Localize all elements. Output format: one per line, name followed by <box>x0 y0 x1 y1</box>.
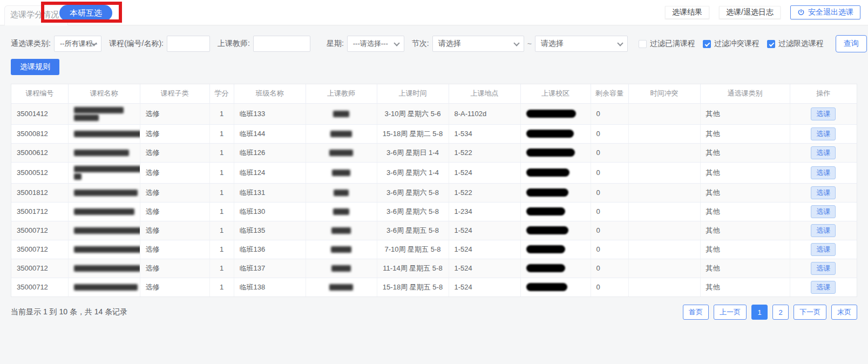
page-button[interactable]: 下一页 <box>794 305 826 320</box>
checkbox-checked-icon[interactable] <box>767 40 775 48</box>
page-button[interactable]: 上一页 <box>714 305 747 320</box>
selection-rules-button[interactable]: 选课规则 <box>11 59 59 75</box>
cell-course-name <box>68 202 140 221</box>
checkbox-unchecked-icon[interactable] <box>639 40 647 48</box>
checkbox-label: 过滤冲突课程 <box>714 39 760 49</box>
cell-class-name: 临班131 <box>234 183 306 202</box>
select-course-button[interactable]: 选课 <box>811 166 836 179</box>
cell-course-id: 35000612 <box>11 143 68 162</box>
select-course-button[interactable]: 选课 <box>811 281 836 294</box>
redacted-text <box>74 150 129 156</box>
select-course-button[interactable]: 选课 <box>811 243 836 256</box>
table-row: 35000712选修1临班13815-18周 星期五 5-81-5240其他选课 <box>11 278 857 296</box>
period-to-select[interactable]: 请选择 <box>535 36 628 52</box>
redacted-campus <box>526 149 575 157</box>
filter-checkbox-1[interactable]: 过滤冲突课程 <box>703 39 760 49</box>
selection-log-button[interactable]: 选课/退选日志 <box>719 6 781 19</box>
checkbox-checked-icon[interactable] <box>703 40 711 48</box>
cell-conflict <box>628 221 700 240</box>
cell-subtype: 选修 <box>140 202 209 221</box>
cell-subtype: 选修 <box>140 103 209 124</box>
cell-category: 其他 <box>700 278 790 296</box>
cell-conflict <box>628 278 700 296</box>
cell-course-id: 35001412 <box>11 103 68 124</box>
page-button[interactable]: 2 <box>772 305 789 320</box>
redacted-campus <box>526 245 565 253</box>
tab-credit-overview[interactable]: 选课学分情况 <box>4 5 68 25</box>
cell-conflict <box>628 124 700 143</box>
filter-checkboxes: 过滤已满课程过滤冲突课程过滤限选课程 <box>631 39 824 49</box>
filter-checkbox-2[interactable]: 过滤限选课程 <box>767 39 824 49</box>
cell-course-id: 35000812 <box>11 124 68 143</box>
cell-teacher <box>306 162 377 183</box>
query-button[interactable]: 查询 <box>836 35 867 52</box>
chevron-down-icon <box>617 40 623 46</box>
weekday-select[interactable]: ---请选择--- <box>347 36 404 52</box>
cell-location: 1-522 <box>449 143 520 162</box>
period-label: 节次: <box>412 39 429 49</box>
select-course-button[interactable]: 选课 <box>811 107 836 120</box>
redacted-text <box>331 265 351 272</box>
cell-location: 8-A-1102d <box>449 103 520 124</box>
tab-mutual-selection[interactable]: 本研互选 <box>59 5 112 21</box>
cell-action: 选课 <box>790 183 857 202</box>
cell-action: 选课 <box>790 240 857 259</box>
cell-class-name: 临班137 <box>234 259 306 278</box>
select-course-button[interactable]: 选课 <box>811 224 836 237</box>
cell-conflict <box>628 240 700 259</box>
record-summary: 当前显示 1 到 10 条，共 14 条记录 <box>11 307 127 317</box>
cell-remaining: 0 <box>591 202 628 221</box>
table-row: 35000812选修1临班14415-18周 星期二 5-81-5340其他选课 <box>11 124 857 143</box>
select-course-button[interactable]: 选课 <box>811 146 836 159</box>
cell-credit: 1 <box>209 143 234 162</box>
cell-teacher <box>306 278 377 296</box>
cell-remaining: 0 <box>591 278 628 296</box>
period-to-value: 请选择 <box>541 39 564 49</box>
cell-subtype: 选修 <box>140 259 209 278</box>
redacted-text <box>74 173 82 180</box>
column-header: 上课时间 <box>377 84 449 103</box>
cell-teacher <box>306 221 377 240</box>
cell-class-name: 临班124 <box>234 162 306 183</box>
cell-campus <box>520 124 591 143</box>
period-from-select[interactable]: 请选择 <box>432 36 524 52</box>
cell-course-name <box>68 124 140 143</box>
cell-location: 1-524 <box>449 240 520 259</box>
cell-remaining: 0 <box>591 183 628 202</box>
teacher-input[interactable] <box>253 36 310 52</box>
course-input[interactable] <box>167 36 210 52</box>
cell-course-id: 35000712 <box>11 259 68 278</box>
cell-course-id: 35000712 <box>11 221 68 240</box>
cell-category: 其他 <box>700 183 790 202</box>
cell-action: 选课 <box>790 103 857 124</box>
page-button[interactable]: 首页 <box>683 305 709 320</box>
cell-teacher <box>306 202 377 221</box>
redacted-campus <box>526 130 574 138</box>
cell-category: 其他 <box>700 143 790 162</box>
category-select[interactable]: --所有课程-- <box>54 36 101 52</box>
safe-exit-button[interactable]: 安全退出选课 <box>790 5 860 19</box>
cell-class-name: 临班138 <box>234 278 306 296</box>
safe-exit-label: 安全退出选课 <box>808 8 853 17</box>
course-label: 课程(编号/名称): <box>109 39 164 49</box>
filter-checkbox-0[interactable]: 过滤已满课程 <box>639 39 695 49</box>
table-row: 35000712选修1临班1367-10周 星期五 5-81-5240其他选课 <box>11 240 857 259</box>
cell-teacher <box>306 259 377 278</box>
cell-credit: 1 <box>209 240 234 259</box>
cell-class-name: 临班144 <box>234 124 306 143</box>
table-row: 35000512选修1临班1243-6周 星期六 1-41-5240其他选课 <box>11 162 857 183</box>
top-bar: 选课学分情况 本研互选 选课结果 选课/退选日志 安全退出选课 <box>0 0 868 25</box>
select-course-button[interactable]: 选课 <box>811 186 836 199</box>
select-course-button[interactable]: 选课 <box>811 127 836 140</box>
page-button[interactable]: 末页 <box>831 305 857 320</box>
page-button-active[interactable]: 1 <box>751 305 768 320</box>
redacted-text <box>333 111 349 117</box>
redacted-text <box>74 227 140 234</box>
course-table-container: 课程编号课程名称课程子类学分班级名称上课教师上课时间上课地点上课校区剩余容量时间… <box>11 84 857 297</box>
cell-teacher <box>306 240 377 259</box>
select-course-button[interactable]: 选课 <box>811 205 836 218</box>
select-course-button[interactable]: 选课 <box>811 262 836 275</box>
selection-results-button[interactable]: 选课结果 <box>665 6 709 19</box>
redacted-campus <box>526 110 576 118</box>
cell-remaining: 0 <box>591 103 628 124</box>
